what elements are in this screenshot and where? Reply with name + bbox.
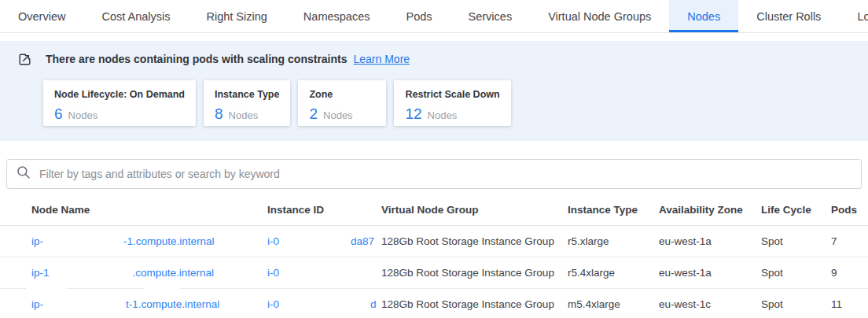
row-checkbox[interactable] (11, 298, 24, 311)
redaction-patch (144, 287, 179, 290)
row-checkbox[interactable] (11, 267, 24, 279)
pods-cell: 11 (831, 298, 868, 310)
redacted-segment (43, 304, 126, 305)
card-unit: Nodes (428, 109, 458, 121)
card-value: 8 (215, 105, 223, 123)
instance-type-cell: r5.xlarge (568, 235, 659, 247)
redaction-patch (26, 287, 67, 290)
virtual-node-group-cell: 128Gb Root Storage Instance Group (381, 235, 568, 247)
col-pods: Pods (831, 204, 868, 216)
table-row: ip--1.compute.internal i-0da87 128Gb Roo… (0, 226, 868, 257)
pods-cell: 7 (831, 235, 868, 247)
tab-cost-analysis[interactable]: Cost Analysis (83, 0, 188, 32)
redacted-segment (43, 241, 123, 242)
life-cycle-cell: Spot (761, 298, 831, 310)
table-header-row: Node Name Instance ID Virtual Node Group… (0, 194, 868, 226)
card-instance-type[interactable]: Instance Type 8 Nodes (204, 80, 290, 126)
tab-right-sizing[interactable]: Right Sizing (188, 0, 285, 32)
tab-services[interactable]: Services (451, 0, 531, 32)
col-availability-zone: Availability Zone (659, 204, 761, 216)
card-unit: Nodes (68, 109, 98, 121)
tab-pods[interactable]: Pods (388, 0, 450, 32)
card-value: 2 (309, 105, 318, 123)
tab-namespaces[interactable]: Namespaces (285, 0, 388, 32)
card-value: 12 (405, 105, 421, 123)
table-row: ip-t-1.compute.internal i-0d 128Gb Root … (0, 289, 868, 318)
redacted-segment (279, 241, 351, 242)
availability-zone-cell: eu-west-1a (659, 267, 761, 279)
scale-down-constraint-icon (17, 52, 32, 67)
card-title: Node Lifecycle: On Demand (54, 89, 185, 100)
nodes-table: Node Name Instance ID Virtual Node Group… (0, 194, 868, 318)
constraint-summary-cards: Node Lifecycle: On Demand 6 Nodes Instan… (43, 80, 868, 126)
card-value: 6 (54, 105, 63, 123)
tab-overview[interactable]: Overview (0, 0, 83, 32)
card-restrict-scale-down[interactable]: Restrict Scale Down 12 Nodes (394, 80, 510, 126)
instance-id-link[interactable]: i-0 (267, 267, 381, 279)
redacted-segment (279, 304, 370, 305)
redacted-segment (50, 272, 133, 273)
availability-zone-cell: eu-west-1c (659, 298, 761, 310)
col-node-name: Node Name (31, 204, 267, 216)
virtual-node-group-cell: 128Gb Root Storage Instance Group (381, 267, 568, 279)
tab-bar: Overview Cost Analysis Right Sizing Name… (0, 0, 868, 33)
learn-more-link[interactable]: Learn More (354, 53, 410, 65)
scaling-constraints-panel: There are nodes containing pods with sca… (0, 41, 868, 141)
card-unit: Nodes (323, 109, 353, 121)
node-name-link[interactable]: ip-t-1.compute.internal (31, 298, 267, 310)
col-instance-type: Instance Type (568, 204, 659, 216)
tab-log[interactable]: Log (839, 0, 868, 32)
virtual-node-group-cell: 128Gb Root Storage Instance Group (381, 298, 568, 310)
notice-banner: There are nodes containing pods with sca… (0, 50, 868, 68)
card-title: Restrict Scale Down (405, 89, 499, 100)
select-all-checkbox[interactable] (11, 204, 24, 216)
search-input[interactable] (39, 168, 851, 180)
table-row: ip-1.compute.internal i-0 128Gb Root Sto… (0, 257, 868, 289)
row-checkbox[interactable] (11, 235, 24, 248)
card-title: Zone (309, 89, 375, 100)
pods-cell: 9 (831, 267, 868, 279)
tab-nodes[interactable]: Nodes (669, 0, 738, 32)
availability-zone-cell: eu-west-1a (659, 235, 761, 247)
node-name-link[interactable]: ip--1.compute.internal (31, 235, 267, 247)
search-icon (17, 165, 31, 183)
col-life-cycle: Life Cycle (761, 204, 831, 216)
col-instance-id: Instance ID (267, 204, 381, 216)
life-cycle-cell: Spot (761, 235, 831, 247)
card-zone[interactable]: Zone 2 Nodes (298, 80, 386, 126)
card-unit: Nodes (229, 109, 259, 121)
card-title: Instance Type (215, 89, 279, 100)
instance-type-cell: m5.4xlarge (568, 298, 659, 310)
filter-search-box[interactable] (6, 159, 862, 189)
notice-message: There are nodes containing pods with sca… (46, 53, 348, 65)
life-cycle-cell: Spot (761, 267, 831, 279)
col-virtual-node-group: Virtual Node Group (381, 204, 568, 216)
tab-virtual-node-groups[interactable]: Virtual Node Groups (530, 0, 669, 32)
card-node-lifecycle[interactable]: Node Lifecycle: On Demand 6 Nodes (43, 80, 196, 126)
instance-type-cell: r5.4xlarge (568, 267, 659, 279)
instance-id-link[interactable]: i-0d (267, 298, 381, 310)
node-name-link[interactable]: ip-1.compute.internal (31, 267, 267, 279)
instance-id-link[interactable]: i-0da87 (267, 235, 381, 247)
tab-cluster-rolls[interactable]: Cluster Rolls (738, 0, 839, 32)
